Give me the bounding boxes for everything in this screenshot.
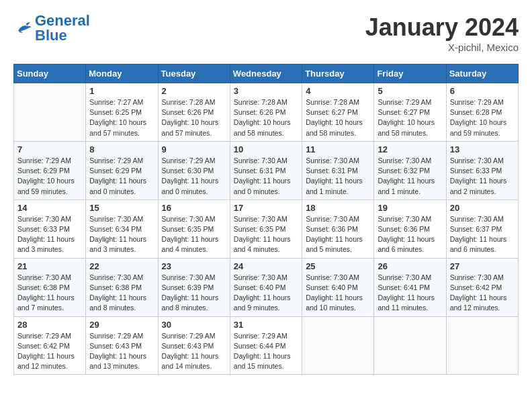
header-cell-tuesday: Tuesday (158, 64, 230, 83)
calendar-cell: 5Sunrise: 7:29 AMSunset: 6:27 PMDaylight… (374, 83, 446, 142)
day-info: Sunrise: 7:30 AMSunset: 6:36 PMDaylight:… (306, 214, 370, 255)
calendar-cell (302, 316, 374, 375)
day-number: 23 (162, 261, 226, 271)
day-number: 14 (17, 203, 82, 213)
day-info: Sunrise: 7:30 AMSunset: 6:36 PMDaylight:… (378, 214, 442, 255)
calendar-cell: 21Sunrise: 7:30 AMSunset: 6:38 PMDayligh… (14, 258, 86, 316)
day-info: Sunrise: 7:30 AMSunset: 6:40 PMDaylight:… (234, 273, 298, 314)
header-row: SundayMondayTuesdayWednesdayThursdayFrid… (14, 64, 519, 83)
calendar-cell: 8Sunrise: 7:29 AMSunset: 6:29 PMDaylight… (86, 141, 158, 199)
week-row-4: 21Sunrise: 7:30 AMSunset: 6:38 PMDayligh… (14, 258, 519, 316)
location: X-pichil, Mexico (365, 42, 519, 53)
header-cell-friday: Friday (374, 64, 446, 83)
day-number: 21 (17, 261, 82, 271)
header-cell-thursday: Thursday (302, 64, 374, 83)
calendar-cell: 27Sunrise: 7:30 AMSunset: 6:42 PMDayligh… (446, 258, 518, 316)
calendar-table: SundayMondayTuesdayWednesdayThursdayFrid… (13, 64, 519, 375)
calendar-body: 1Sunrise: 7:27 AMSunset: 6:25 PMDaylight… (14, 83, 519, 375)
calendar-cell: 28Sunrise: 7:29 AMSunset: 6:42 PMDayligh… (14, 316, 86, 375)
day-info: Sunrise: 7:30 AMSunset: 6:31 PMDaylight:… (306, 156, 370, 197)
logo-bird-icon (13, 20, 32, 36)
calendar-cell: 19Sunrise: 7:30 AMSunset: 6:36 PMDayligh… (374, 199, 446, 258)
day-number: 3 (234, 86, 298, 96)
month-title: January 2024 (365, 13, 519, 42)
day-number: 17 (234, 203, 298, 213)
calendar-cell: 25Sunrise: 7:30 AMSunset: 6:40 PMDayligh… (302, 258, 374, 316)
day-info: Sunrise: 7:29 AMSunset: 6:28 PMDaylight:… (450, 97, 515, 138)
day-info: Sunrise: 7:30 AMSunset: 6:37 PMDaylight:… (450, 214, 515, 255)
day-info: Sunrise: 7:30 AMSunset: 6:38 PMDaylight:… (17, 273, 82, 314)
day-info: Sunrise: 7:28 AMSunset: 6:27 PMDaylight:… (306, 97, 370, 138)
day-number: 28 (17, 320, 82, 330)
day-number: 30 (162, 320, 226, 330)
calendar-cell: 18Sunrise: 7:30 AMSunset: 6:36 PMDayligh… (302, 199, 374, 258)
day-number: 16 (162, 203, 226, 213)
day-info: Sunrise: 7:28 AMSunset: 6:26 PMDaylight:… (162, 97, 226, 138)
day-number: 10 (234, 144, 298, 154)
day-number: 2 (162, 86, 226, 96)
day-info: Sunrise: 7:30 AMSunset: 6:42 PMDaylight:… (450, 273, 515, 314)
week-row-3: 14Sunrise: 7:30 AMSunset: 6:33 PMDayligh… (14, 199, 519, 258)
header-cell-monday: Monday (86, 64, 158, 83)
calendar-cell: 10Sunrise: 7:30 AMSunset: 6:31 PMDayligh… (230, 141, 302, 199)
day-info: Sunrise: 7:30 AMSunset: 6:35 PMDaylight:… (162, 214, 226, 255)
day-number: 26 (378, 261, 442, 271)
day-info: Sunrise: 7:29 AMSunset: 6:30 PMDaylight:… (162, 156, 226, 197)
day-info: Sunrise: 7:29 AMSunset: 6:43 PMDaylight:… (162, 331, 226, 372)
day-number: 22 (89, 261, 154, 271)
calendar-cell: 22Sunrise: 7:30 AMSunset: 6:38 PMDayligh… (86, 258, 158, 316)
day-number: 19 (378, 203, 442, 213)
logo-text: General Blue (35, 13, 90, 43)
header-cell-saturday: Saturday (446, 64, 518, 83)
calendar-cell: 30Sunrise: 7:29 AMSunset: 6:43 PMDayligh… (158, 316, 230, 375)
calendar-cell: 3Sunrise: 7:28 AMSunset: 6:26 PMDaylight… (230, 83, 302, 142)
header-cell-sunday: Sunday (14, 64, 86, 83)
day-info: Sunrise: 7:30 AMSunset: 6:41 PMDaylight:… (378, 273, 442, 314)
day-number: 8 (89, 144, 154, 154)
day-info: Sunrise: 7:30 AMSunset: 6:39 PMDaylight:… (162, 273, 226, 314)
day-info: Sunrise: 7:30 AMSunset: 6:40 PMDaylight:… (306, 273, 370, 314)
calendar-header: SundayMondayTuesdayWednesdayThursdayFrid… (14, 64, 519, 83)
day-number: 7 (17, 144, 82, 154)
calendar-cell: 24Sunrise: 7:30 AMSunset: 6:40 PMDayligh… (230, 258, 302, 316)
week-row-1: 1Sunrise: 7:27 AMSunset: 6:25 PMDaylight… (14, 83, 519, 142)
day-number: 12 (378, 144, 442, 154)
day-info: Sunrise: 7:30 AMSunset: 6:33 PMDaylight:… (17, 214, 82, 255)
day-info: Sunrise: 7:30 AMSunset: 6:33 PMDaylight:… (450, 156, 515, 197)
day-number: 29 (89, 320, 154, 330)
calendar-cell: 31Sunrise: 7:29 AMSunset: 6:44 PMDayligh… (230, 316, 302, 375)
week-row-2: 7Sunrise: 7:29 AMSunset: 6:29 PMDaylight… (14, 141, 519, 199)
day-number: 20 (450, 203, 515, 213)
day-info: Sunrise: 7:30 AMSunset: 6:34 PMDaylight:… (89, 214, 154, 255)
calendar-cell: 7Sunrise: 7:29 AMSunset: 6:29 PMDaylight… (14, 141, 86, 199)
calendar-cell: 11Sunrise: 7:30 AMSunset: 6:31 PMDayligh… (302, 141, 374, 199)
day-number: 5 (378, 86, 442, 96)
calendar-cell: 26Sunrise: 7:30 AMSunset: 6:41 PMDayligh… (374, 258, 446, 316)
day-number: 18 (306, 203, 370, 213)
day-number: 4 (306, 86, 370, 96)
calendar-cell: 4Sunrise: 7:28 AMSunset: 6:27 PMDaylight… (302, 83, 374, 142)
day-number: 11 (306, 144, 370, 154)
calendar-cell: 13Sunrise: 7:30 AMSunset: 6:33 PMDayligh… (446, 141, 518, 199)
calendar-cell (446, 316, 518, 375)
day-info: Sunrise: 7:29 AMSunset: 6:43 PMDaylight:… (89, 331, 154, 372)
calendar-cell: 17Sunrise: 7:30 AMSunset: 6:35 PMDayligh… (230, 199, 302, 258)
day-info: Sunrise: 7:29 AMSunset: 6:44 PMDaylight:… (234, 331, 298, 372)
day-info: Sunrise: 7:29 AMSunset: 6:42 PMDaylight:… (17, 331, 82, 372)
calendar-cell: 1Sunrise: 7:27 AMSunset: 6:25 PMDaylight… (86, 83, 158, 142)
day-number: 1 (89, 86, 154, 96)
title-block: January 2024 X-pichil, Mexico (365, 13, 519, 53)
day-info: Sunrise: 7:30 AMSunset: 6:32 PMDaylight:… (378, 156, 442, 197)
day-number: 24 (234, 261, 298, 271)
day-number: 9 (162, 144, 226, 154)
day-number: 13 (450, 144, 515, 154)
calendar-cell: 20Sunrise: 7:30 AMSunset: 6:37 PMDayligh… (446, 199, 518, 258)
calendar-cell: 15Sunrise: 7:30 AMSunset: 6:34 PMDayligh… (86, 199, 158, 258)
calendar-cell: 9Sunrise: 7:29 AMSunset: 6:30 PMDaylight… (158, 141, 230, 199)
calendar-cell: 16Sunrise: 7:30 AMSunset: 6:35 PMDayligh… (158, 199, 230, 258)
day-info: Sunrise: 7:29 AMSunset: 6:29 PMDaylight:… (17, 156, 82, 197)
day-info: Sunrise: 7:27 AMSunset: 6:25 PMDaylight:… (89, 97, 154, 138)
header-cell-wednesday: Wednesday (230, 64, 302, 83)
day-number: 6 (450, 86, 515, 96)
day-info: Sunrise: 7:30 AMSunset: 6:31 PMDaylight:… (234, 156, 298, 197)
